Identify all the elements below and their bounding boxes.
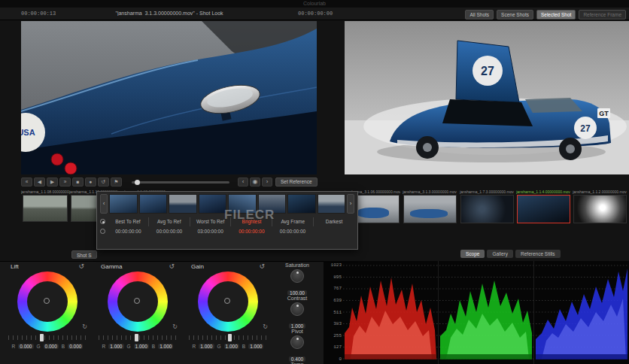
scene-shots-button[interactable]: Scene Shots bbox=[497, 10, 533, 20]
saturation-label: Saturation bbox=[275, 262, 319, 268]
reset-lift-master-icon[interactable]: ↻ bbox=[82, 323, 87, 330]
slider-handle[interactable] bbox=[228, 334, 232, 341]
reset-lift-icon[interactable]: ↺ bbox=[78, 263, 84, 270]
locate-shot-button[interactable]: ◉ bbox=[250, 177, 260, 187]
clip-thumbnail[interactable] bbox=[517, 195, 570, 223]
r-label: R bbox=[102, 344, 106, 349]
slider-handle[interactable] bbox=[135, 334, 138, 341]
adjustment-knobs: Saturation 100.00 Contrast 1.000 Pivot 0… bbox=[275, 262, 319, 364]
right-strip-clip[interactable]: jansharma_1.7.3.00000000.mov bbox=[459, 190, 515, 223]
reset-gain-master-icon[interactable]: ↻ bbox=[263, 323, 268, 330]
frame-thumbnail[interactable] bbox=[287, 194, 316, 214]
tail-light bbox=[51, 153, 63, 165]
reset-gamma-icon[interactable]: ↺ bbox=[169, 263, 175, 270]
slider-handle[interactable] bbox=[40, 334, 44, 341]
frame-thumbnail[interactable] bbox=[139, 194, 168, 214]
contrast-knob[interactable] bbox=[290, 302, 304, 316]
option-timecode: 00:00:00:00 bbox=[108, 227, 149, 236]
wheel-puck[interactable] bbox=[224, 298, 230, 304]
pivot-control: Pivot 0.400 bbox=[275, 329, 319, 362]
next-shot-button[interactable]: › bbox=[262, 177, 272, 187]
popup-prev-icon[interactable]: ‹ bbox=[100, 194, 108, 214]
option-darkest[interactable]: Darkest bbox=[313, 217, 354, 226]
left-viewer-image: USA bbox=[21, 21, 317, 174]
left-strip-clip[interactable]: jansharma_1.1.08.00000000.mov bbox=[21, 190, 69, 222]
lift-wheel-group: Lift ↺ ↻ R0.000 G0.000 B0.000 bbox=[5, 263, 90, 349]
axis-tick: 0 bbox=[324, 356, 342, 362]
gain-b-value: 1.000 bbox=[248, 344, 263, 349]
saturation-knob[interactable] bbox=[290, 269, 304, 283]
blue-waveform bbox=[536, 268, 627, 359]
clip-thumbnail[interactable] bbox=[460, 195, 514, 223]
wheel-puck[interactable] bbox=[44, 298, 50, 304]
lift-rgb-values: R0.000 G0.000 B0.000 bbox=[5, 344, 90, 349]
record-button[interactable]: ● bbox=[85, 177, 96, 187]
loop-button[interactable]: ↺ bbox=[98, 177, 109, 187]
step-back-button[interactable]: ◀ bbox=[34, 177, 45, 187]
popup-next-icon[interactable]: › bbox=[347, 194, 354, 214]
set-reference-button[interactable]: Set Reference bbox=[275, 177, 318, 187]
gamma-wheel-group: Gamma ↺ ↻ R1.000 G1.000 B1.000 bbox=[95, 263, 181, 349]
app-title: Colourlab bbox=[303, 1, 326, 6]
selected-shot-button[interactable]: Selected Shot bbox=[536, 10, 576, 20]
jump-to-end-button[interactable]: » bbox=[59, 177, 71, 187]
panel-tabs: Scope Gallery Reference Stills bbox=[460, 250, 561, 258]
frame-thumbnail[interactable] bbox=[109, 194, 138, 214]
scrubber-handle[interactable] bbox=[135, 180, 140, 185]
gain-g-value: 1.000 bbox=[224, 344, 239, 349]
gain-rgb-values: R1.000 G1.000 B1.000 bbox=[185, 344, 271, 349]
clip-thumbnail[interactable] bbox=[23, 195, 68, 222]
door-number-text: 27 bbox=[580, 123, 591, 134]
tab-scope[interactable]: Scope bbox=[460, 250, 485, 258]
lift-master-slider[interactable] bbox=[8, 335, 87, 340]
frame-mode-radio[interactable] bbox=[100, 219, 105, 224]
option-avg-to-ref[interactable]: Avg To Ref bbox=[148, 217, 190, 226]
gamma-color-wheel[interactable]: ↻ bbox=[108, 271, 168, 332]
right-strip-clip-selected[interactable]: jansharma_1.1.4.00000000.mov bbox=[515, 190, 571, 223]
shot-settings-button[interactable]: Shot S bbox=[71, 250, 97, 259]
saturation-value: 100.00 bbox=[287, 290, 307, 296]
frame-thumbnail[interactable] bbox=[169, 194, 197, 214]
play-button[interactable]: ▶ bbox=[47, 177, 58, 187]
option-best-to-ref[interactable]: Best To Ref bbox=[108, 217, 148, 226]
option-timecode: 03:00:00:00 bbox=[190, 227, 231, 236]
previous-shot-button[interactable]: ‹ bbox=[238, 177, 248, 187]
shot-nav-controls: ‹ ◉ › bbox=[238, 177, 272, 187]
tab-reference-stills[interactable]: Reference Stills bbox=[515, 250, 561, 258]
reset-gamma-master-icon[interactable]: ↻ bbox=[172, 323, 178, 330]
red-waveform bbox=[345, 278, 436, 359]
lift-r-value: 0.000 bbox=[18, 344, 33, 349]
stop-button[interactable]: ■ bbox=[72, 177, 84, 187]
reset-gain-icon[interactable]: ↺ bbox=[259, 263, 265, 270]
clip-title: "jansharma_3.1.3.00000000.mov" - Shot Lo… bbox=[75, 11, 263, 16]
frame-thumbnail[interactable] bbox=[199, 194, 227, 214]
door-roundel: 27 bbox=[574, 117, 597, 139]
all-shots-button[interactable]: All Shots bbox=[465, 10, 494, 20]
gamma-rgb-values: R1.000 G1.000 B1.000 bbox=[95, 344, 181, 349]
gamma-b-value: 1.000 bbox=[158, 344, 173, 349]
gamma-master-slider[interactable] bbox=[99, 335, 177, 340]
axis-tick: 895 bbox=[324, 275, 342, 281]
watermark: FILECR bbox=[224, 208, 275, 223]
right-strip-clip[interactable]: jansharma_3.1.3.00000000.mov bbox=[402, 190, 457, 223]
window-titlebar: Colourlab bbox=[0, 0, 629, 8]
frame-thumbnail[interactable] bbox=[318, 194, 346, 214]
wheel-puck[interactable] bbox=[134, 298, 140, 304]
lift-color-wheel[interactable]: ↻ bbox=[17, 271, 77, 332]
wheel-label-lift: Lift bbox=[11, 263, 19, 270]
option-avg-frame[interactable]: Avg Frame bbox=[272, 217, 313, 226]
timeline-scrubber[interactable] bbox=[132, 181, 229, 184]
gain-master-slider[interactable] bbox=[189, 335, 267, 340]
flag-button[interactable]: ⚑ bbox=[111, 177, 122, 187]
clip-thumbnail[interactable] bbox=[403, 195, 457, 223]
reference-frame-button[interactable]: Reference Frame bbox=[579, 10, 626, 20]
gain-color-wheel[interactable]: ↻ bbox=[198, 271, 258, 332]
clip-thumbnail[interactable] bbox=[573, 195, 627, 223]
pivot-knob[interactable] bbox=[290, 335, 304, 349]
axis-tick: 511 bbox=[324, 310, 342, 316]
right-strip-clip[interactable]: jansharma_1.1.2.00000000.mov bbox=[572, 190, 627, 223]
gain-r-value: 1.000 bbox=[199, 344, 214, 349]
tab-gallery[interactable]: Gallery bbox=[487, 250, 513, 258]
timecode-mode-radio[interactable] bbox=[100, 229, 105, 234]
jump-to-start-button[interactable]: « bbox=[21, 177, 32, 187]
